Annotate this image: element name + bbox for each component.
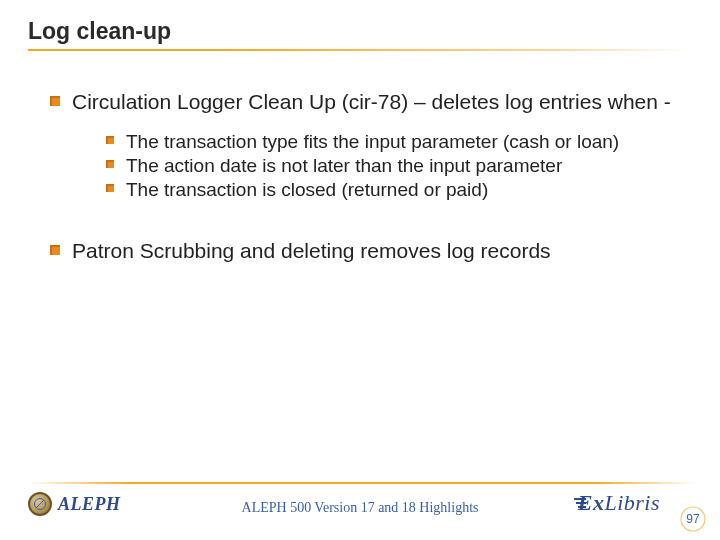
bullet-level2: The action date is not later than the in…: [106, 154, 692, 178]
svg-rect-5: [106, 136, 108, 144]
slide-footer: ALEPH ALEPH 500 Version 17 and 18 Highli…: [0, 482, 720, 540]
exlibris-libris: Libris: [604, 490, 660, 515]
square-bullet-icon: [50, 245, 72, 255]
bullet-text: The action date is not later than the in…: [126, 154, 692, 178]
square-bullet-icon: [106, 136, 126, 144]
slide: Log clean-up Circulation Logger Clean Up…: [0, 0, 720, 540]
square-bullet-icon: [106, 160, 126, 168]
bullet-level2: The transaction type fits the input para…: [106, 130, 692, 154]
svg-rect-8: [106, 160, 108, 168]
bullet-text: The transaction type fits the input para…: [126, 130, 692, 154]
bullet-level1: Circulation Logger Clean Up (cir-78) – d…: [50, 89, 692, 116]
slide-content: Circulation Logger Clean Up (cir-78) – d…: [28, 89, 692, 265]
square-bullet-icon: [106, 184, 126, 192]
exlibris-logo-text: ExLibris: [578, 490, 660, 516]
svg-rect-11: [106, 184, 108, 192]
page-number-badge: 97: [680, 506, 706, 532]
svg-rect-14: [50, 245, 52, 255]
bullet-text: The transaction is closed (returned or p…: [126, 178, 692, 202]
sub-bullet-group: The transaction type fits the input para…: [50, 130, 692, 202]
footer-divider: [28, 482, 696, 484]
bullet-text: Patron Scrubbing and deleting removes lo…: [72, 238, 692, 265]
bullet-level1: Patron Scrubbing and deleting removes lo…: [50, 238, 692, 265]
exlibris-lines-icon: [574, 497, 586, 509]
svg-rect-2: [50, 96, 52, 106]
square-bullet-icon: [50, 96, 72, 106]
title-underline: [28, 49, 688, 51]
exlibris-logo: ExLibris: [574, 490, 660, 516]
bullet-level2: The transaction is closed (returned or p…: [106, 178, 692, 202]
page-number: 97: [686, 512, 699, 526]
slide-title: Log clean-up: [28, 18, 692, 45]
bullet-text: Circulation Logger Clean Up (cir-78) – d…: [72, 89, 692, 116]
